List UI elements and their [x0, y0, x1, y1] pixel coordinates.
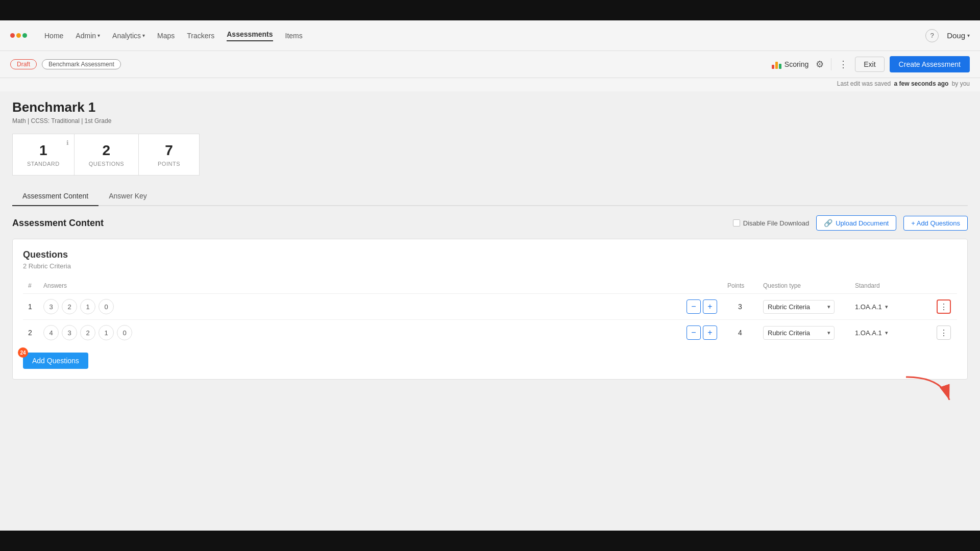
link-icon: 🔗 [824, 219, 832, 227]
chevron-down-icon: ▾ [142, 33, 145, 38]
questions-count: 2 [89, 142, 124, 159]
answer-bubble: 4 [43, 325, 59, 340]
assessment-type-badge: Benchmark Assessment [42, 59, 121, 69]
questions-label: QUESTIONS [89, 161, 124, 167]
row1-question-type: Rubric Criteria ▾ [758, 294, 850, 320]
row1-more-actions: ⋮ [932, 294, 957, 320]
help-icon-button[interactable]: ? [925, 29, 939, 42]
row1-more-button[interactable]: ⋮ [937, 299, 951, 314]
nav-link-maps[interactable]: Maps [157, 32, 175, 40]
row2-more-button[interactable]: ⋮ [937, 325, 951, 340]
main-content: Benchmark 1 Math | CCSS: Traditional | 1… [0, 91, 980, 400]
add-questions-footer-label: Add Questions [32, 357, 79, 365]
disable-file-checkbox[interactable] [733, 219, 740, 227]
questions-card: Questions 2 Rubric Criteria # Answers Po… [12, 239, 968, 380]
section-actions: Disable File Download 🔗 Upload Document … [733, 215, 968, 231]
row2-points: 4 [722, 320, 758, 346]
col-controls [681, 278, 722, 294]
exit-button[interactable]: Exit [855, 57, 884, 72]
stats-row: 1 STANDARD ℹ 2 QUESTIONS 7 POINTS [12, 134, 968, 176]
row2-question-type: Rubric Criteria ▾ [758, 320, 850, 346]
standard-count: 1 [27, 142, 60, 159]
answer-bubble: 2 [62, 299, 77, 314]
table-row: 2 4 3 2 1 0 − + [23, 320, 957, 346]
points-count: 7 [153, 142, 185, 159]
nav-link-items[interactable]: Items [285, 32, 303, 40]
row1-points: 3 [722, 294, 758, 320]
user-name: Doug [947, 31, 965, 40]
scoring-chart-icon [772, 60, 781, 69]
top-black-bar [0, 0, 980, 20]
row2-more-actions: ⋮ [932, 320, 957, 346]
rubric-subtitle: 2 Rubric Criteria [23, 262, 957, 270]
row1-plus-button[interactable]: + [703, 299, 717, 314]
answer-bubble: 2 [80, 325, 95, 340]
answer-bubble: 0 [117, 325, 132, 340]
tabs-row: Assessment Content Answer Key [12, 187, 968, 206]
tab-assessment-content[interactable]: Assessment Content [12, 187, 99, 206]
create-assessment-button[interactable]: Create Assessment [890, 56, 970, 72]
add-questions-header-button[interactable]: + Add Questions [903, 216, 968, 231]
answer-bubble: 3 [62, 325, 77, 340]
toolbar-divider [831, 58, 831, 70]
stat-standard: 1 STANDARD ℹ [12, 134, 74, 176]
nav-link-trackers[interactable]: Trackers [187, 32, 214, 40]
info-icon[interactable]: ℹ [66, 139, 69, 146]
nav-link-admin[interactable]: Admin ▾ [76, 32, 100, 40]
chevron-down-icon: ▾ [97, 33, 100, 38]
row1-answers: 3 2 1 0 [38, 294, 681, 320]
row2-number: 2 [23, 320, 38, 346]
row2-answers: 4 3 2 1 0 [38, 320, 681, 346]
row2-standard: 1.OA.A.1 ▾ [850, 320, 932, 346]
assessment-meta: Math | CCSS: Traditional | 1st Grade [12, 117, 968, 124]
answer-bubble: 0 [99, 299, 114, 314]
answer-bubble: 1 [99, 325, 114, 340]
settings-button[interactable]: ⚙ [814, 57, 826, 72]
user-chevron-icon: ▾ [967, 33, 970, 38]
table-row: 1 3 2 1 0 − + [23, 294, 957, 320]
add-questions-footer: 24 Add Questions [23, 353, 957, 369]
notification-badge: 24 [18, 347, 28, 358]
row1-type-select[interactable]: Rubric Criteria [763, 300, 835, 314]
row1-number: 1 [23, 294, 38, 320]
stat-questions: 2 QUESTIONS [74, 134, 138, 176]
draft-badge: Draft [10, 59, 37, 69]
disable-file-label: Disable File Download [743, 219, 809, 227]
page-toolbar: Draft Benchmark Assessment Scoring ⚙ ⋮ E… [0, 51, 980, 78]
col-number: # [23, 278, 38, 294]
section-title: Assessment Content [12, 218, 104, 229]
row2-type-select[interactable]: Rubric Criteria [763, 326, 835, 340]
row2-pm-controls: − + [681, 320, 722, 346]
answer-bubble: 3 [43, 299, 59, 314]
more-options-button[interactable]: ⋮ [837, 57, 850, 72]
add-questions-footer-button[interactable]: 24 Add Questions [23, 353, 88, 369]
questions-card-title: Questions [23, 249, 957, 260]
col-standard: Standard [850, 278, 932, 294]
nav-link-home[interactable]: Home [44, 32, 63, 40]
col-answers: Answers [38, 278, 681, 294]
main-nav: Home Admin ▾ Analytics ▾ Maps Trackers A… [0, 20, 980, 51]
user-menu[interactable]: Doug ▾ [947, 31, 970, 40]
col-actions [932, 278, 957, 294]
answer-bubble: 1 [80, 299, 95, 314]
logo [10, 33, 27, 38]
row1-minus-button[interactable]: − [687, 299, 701, 314]
row2-minus-button[interactable]: − [687, 325, 701, 340]
red-arrow-annotation [901, 372, 962, 400]
scoring-button[interactable]: Scoring [772, 60, 808, 69]
tab-answer-key[interactable]: Answer Key [99, 187, 157, 205]
questions-table: # Answers Points Question type Standard … [23, 278, 957, 345]
row1-standard: 1.OA.A.1 ▾ [850, 294, 932, 320]
upload-document-button[interactable]: 🔗 Upload Document [816, 215, 896, 231]
row2-plus-button[interactable]: + [703, 325, 717, 340]
stat-points: 7 POINTS [138, 134, 200, 176]
standard-chevron-icon[interactable]: ▾ [885, 304, 888, 310]
col-question-type: Question type [758, 278, 850, 294]
last-saved-bar: Last edit was saved a few seconds ago by… [0, 78, 980, 91]
standard-label: STANDARD [27, 161, 60, 167]
nav-link-assessments[interactable]: Assessments [227, 30, 273, 41]
nav-link-analytics[interactable]: Analytics ▾ [112, 32, 145, 40]
col-points: Points [722, 278, 758, 294]
standard-chevron-icon[interactable]: ▾ [885, 330, 888, 336]
points-label: POINTS [153, 161, 185, 167]
